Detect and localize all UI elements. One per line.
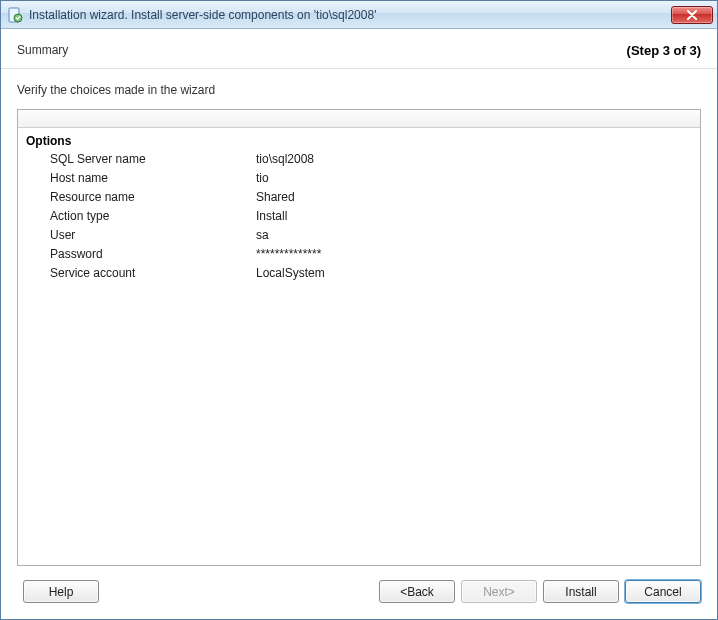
option-value: sa bbox=[256, 226, 269, 245]
close-button[interactable] bbox=[671, 6, 713, 24]
option-value: tio bbox=[256, 169, 269, 188]
cancel-button[interactable]: Cancel bbox=[625, 580, 701, 603]
next-button: Next> bbox=[461, 580, 537, 603]
wizard-window: Installation wizard. Install server-side… bbox=[0, 0, 718, 620]
option-row: Resource name Shared bbox=[26, 188, 700, 207]
option-row: Host name tio bbox=[26, 169, 700, 188]
option-label: Password bbox=[26, 245, 256, 264]
titlebar: Installation wizard. Install server-side… bbox=[1, 1, 717, 29]
window-title: Installation wizard. Install server-side… bbox=[29, 8, 671, 22]
back-button[interactable]: <Back bbox=[379, 580, 455, 603]
page-title: Summary bbox=[17, 43, 68, 57]
option-label: Host name bbox=[26, 169, 256, 188]
option-value: Install bbox=[256, 207, 287, 226]
option-value: ************** bbox=[256, 245, 321, 264]
help-button[interactable]: Help bbox=[23, 580, 99, 603]
install-button[interactable]: Install bbox=[543, 580, 619, 603]
wizard-header: Summary (Step 3 of 3) bbox=[1, 29, 717, 69]
panel-header-strip bbox=[18, 110, 700, 128]
option-row: Action type Install bbox=[26, 207, 700, 226]
option-label: Action type bbox=[26, 207, 256, 226]
option-row: Password ************** bbox=[26, 245, 700, 264]
option-value: LocalSystem bbox=[256, 264, 325, 283]
option-value: tio\sql2008 bbox=[256, 150, 314, 169]
option-row: User sa bbox=[26, 226, 700, 245]
step-indicator: (Step 3 of 3) bbox=[627, 43, 701, 58]
summary-panel: Options SQL Server name tio\sql2008 Host… bbox=[17, 109, 701, 566]
wizard-content: Verify the choices made in the wizard Op… bbox=[1, 69, 717, 566]
options-heading: Options bbox=[26, 134, 700, 148]
options-block: Options SQL Server name tio\sql2008 Host… bbox=[18, 128, 700, 283]
option-label: User bbox=[26, 226, 256, 245]
instruction-text: Verify the choices made in the wizard bbox=[17, 83, 701, 97]
option-value: Shared bbox=[256, 188, 295, 207]
option-label: Service account bbox=[26, 264, 256, 283]
option-row: Service account LocalSystem bbox=[26, 264, 700, 283]
option-row: SQL Server name tio\sql2008 bbox=[26, 150, 700, 169]
wizard-footer: Help <Back Next> Install Cancel bbox=[1, 566, 717, 619]
option-label: Resource name bbox=[26, 188, 256, 207]
app-icon bbox=[7, 7, 23, 23]
close-icon bbox=[686, 10, 698, 20]
option-label: SQL Server name bbox=[26, 150, 256, 169]
